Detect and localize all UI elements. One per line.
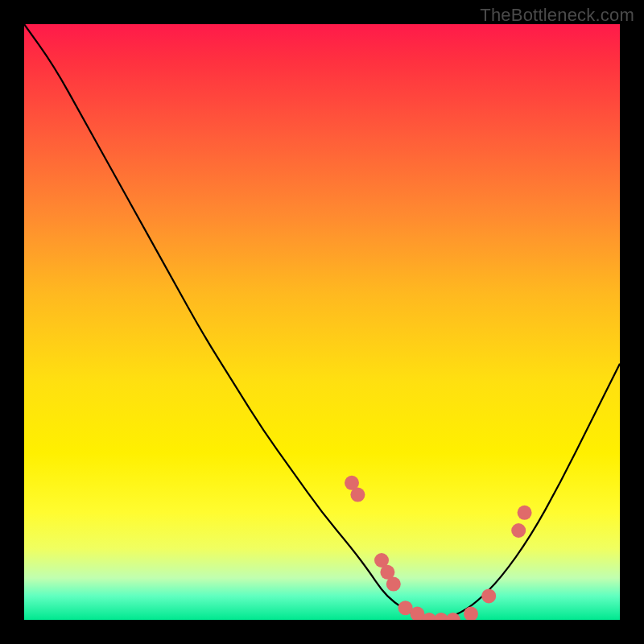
- data-dot: [350, 488, 365, 502]
- bottleneck-curve: [24, 24, 620, 620]
- data-dot: [518, 506, 532, 520]
- data-dot: [481, 588, 496, 603]
- watermark-text: TheBottleneck.com: [480, 5, 634, 26]
- chart-frame: TheBottleneck.com: [0, 0, 644, 644]
- data-dot: [511, 523, 526, 538]
- chart-svg: [24, 24, 620, 620]
- plot-area: [24, 24, 620, 620]
- data-dot: [386, 577, 401, 592]
- data-dots: [345, 476, 532, 620]
